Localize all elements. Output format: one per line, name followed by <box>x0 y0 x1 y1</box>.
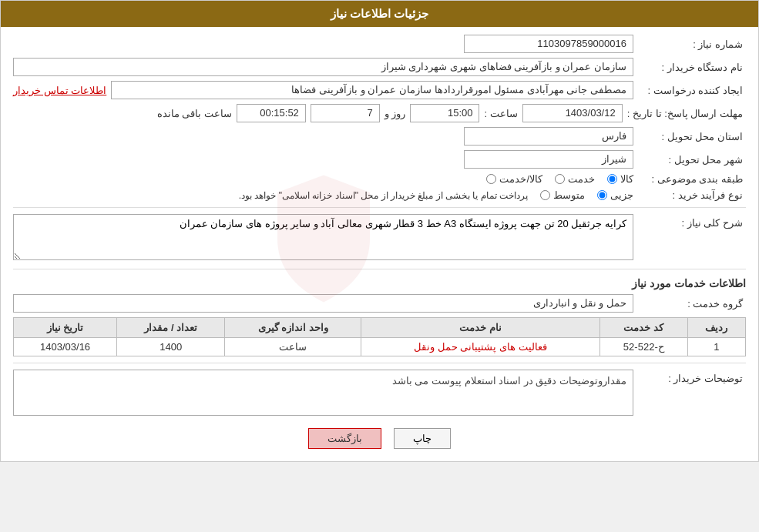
deadline-remaining: 00:15:52 <box>237 104 306 122</box>
cell-row: 1 <box>687 338 745 356</box>
province-row: استان محل تحویل : فارس <box>13 127 746 146</box>
city-value: شیراز <box>464 150 633 169</box>
service-group-value: حمل و نقل و انبارداری <box>13 294 633 313</box>
services-title: اطلاعات خدمات مورد نیاز <box>13 277 746 289</box>
province-value: فارس <box>464 127 633 146</box>
process-motevasset-label: متوسط <box>553 189 585 201</box>
order-number-row: شماره نیاز : 1103097859000016 <box>13 35 746 53</box>
deadline-date: 1403/03/12 <box>522 104 623 122</box>
process-motevasset-radio[interactable] <box>540 190 550 200</box>
deadline-time-label: ساعت : <box>484 108 517 119</box>
print-button[interactable]: چاپ <box>394 428 451 449</box>
process-options: جزیی متوسط پرداخت تمام یا بخشی از مبلغ خ… <box>13 189 633 201</box>
col-unit: واحد اندازه گیری <box>225 318 361 338</box>
buyer-notes-row: توضیحات خریدار : مقداروتوضیحات دقیق در ا… <box>13 370 746 416</box>
back-button[interactable]: بازگشت <box>308 428 381 449</box>
process-jozee[interactable]: جزیی <box>597 189 633 201</box>
col-service: نام خدمت <box>361 318 600 338</box>
divider-1 <box>13 207 746 208</box>
buyer-org-row: نام دستگاه خریدار : سازمان عمران و بازآف… <box>13 58 746 76</box>
province-label: استان محل تحویل : <box>638 131 746 142</box>
deadline-remaining-label: ساعت باقی مانده <box>157 108 232 119</box>
category-kala-khedmat-radio[interactable] <box>486 174 496 184</box>
category-options: کالا خدمت کالا/خدمت <box>13 173 633 185</box>
table-header: ردیف کد خدمت نام خدمت واحد اندازه گیری ت… <box>14 318 746 338</box>
table-row: 1 ح-522-52 فعالیت های پشتیبانی حمل ونقل … <box>14 338 746 356</box>
process-jozee-radio[interactable] <box>597 190 607 200</box>
process-motevasset[interactable]: متوسط <box>540 189 585 201</box>
order-number-value: 1103097859000016 <box>464 35 633 53</box>
cell-qty: 1400 <box>117 338 225 356</box>
creator-row: ایجاد کننده درخواست : مصطفی جانی مهرآباد… <box>13 81 746 99</box>
buyer-org-value: سازمان عمران و بازآفرینی فضاهای شهری شهر… <box>13 58 633 76</box>
category-kala-khedmat[interactable]: کالا/خدمت <box>486 173 542 185</box>
category-kala-khedmat-label: کالا/خدمت <box>499 173 542 185</box>
col-row: ردیف <box>687 318 745 338</box>
deadline-days-label: روز و <box>385 108 406 119</box>
description-area: finder .net <box>13 214 633 263</box>
svg-text:.net: .net <box>314 266 331 278</box>
deadline-days: 7 <box>311 104 380 122</box>
cell-date: 1403/03/16 <box>14 338 117 356</box>
description-label: شرح کلی نیاز : <box>638 214 746 229</box>
contact-link[interactable]: اطلاعات تماس خریدار <box>13 85 106 96</box>
cell-service: فعالیت های پشتیبانی حمل ونقل <box>361 338 600 356</box>
page-title: جزئیات اطلاعات نیاز <box>331 7 428 20</box>
category-khedmat-label: خدمت <box>568 173 595 185</box>
category-khedmat[interactable]: خدمت <box>555 173 595 185</box>
category-kala-label: کالا <box>620 173 633 185</box>
process-row: نوع فرآیند خرید : جزیی متوسط پرداخت تمام… <box>13 189 746 201</box>
col-code: کد خدمت <box>599 318 687 338</box>
process-label: نوع فرآیند خرید : <box>638 189 746 201</box>
deadline-time: 15:00 <box>410 104 479 122</box>
buyer-notes-value: مقداروتوضیحات دقیق در اسناد استعلام پیوس… <box>13 370 633 416</box>
col-qty: تعداد / مقدار <box>117 318 225 338</box>
buyer-org-label: نام دستگاه خریدار : <box>638 62 746 73</box>
order-number-label: شماره نیاز : <box>638 38 746 50</box>
service-group-label: گروه خدمت : <box>638 298 746 309</box>
process-note: پرداخت تمام یا بخشی از مبلغ خریدار از مح… <box>13 190 528 201</box>
city-row: شهر محل تحویل : شیراز <box>13 150 746 169</box>
creator-label: ایجاد کننده درخواست : <box>638 85 746 96</box>
description-textarea[interactable] <box>13 214 633 260</box>
category-kala-radio[interactable] <box>607 174 617 184</box>
services-table: ردیف کد خدمت نام خدمت واحد اندازه گیری ت… <box>13 317 746 356</box>
category-kala[interactable]: کالا <box>607 173 633 185</box>
category-label: طبقه بندی موضوعی : <box>638 173 746 185</box>
city-label: شهر محل تحویل : <box>638 154 746 166</box>
page-container: جزئیات اطلاعات نیاز شماره نیاز : 1103097… <box>0 0 759 462</box>
service-group-row: گروه خدمت : حمل و نقل و انبارداری <box>13 294 746 313</box>
cell-code: ح-522-52 <box>599 338 687 356</box>
table-body: 1 ح-522-52 فعالیت های پشتیبانی حمل ونقل … <box>14 338 746 356</box>
col-date: تاریخ نیاز <box>14 318 117 338</box>
buyer-notes-label: توضیحات خریدار : <box>638 370 746 384</box>
cell-unit: ساعت <box>225 338 361 356</box>
divider-3 <box>13 363 746 363</box>
button-row: چاپ بازگشت <box>13 428 746 449</box>
category-row: طبقه بندی موضوعی : کالا خدمت کالا/خدمت <box>13 173 746 185</box>
deadline-row: مهلت ارسال پاسخ: تا تاریخ : 1403/03/12 س… <box>13 104 746 122</box>
creator-value: مصطفی جانی مهرآبادی مسئول امورقراردادها … <box>111 81 633 99</box>
deadline-label: مهلت ارسال پاسخ: تا تاریخ : <box>627 108 746 119</box>
category-khedmat-radio[interactable] <box>555 174 565 184</box>
process-jozee-label: جزیی <box>610 189 633 201</box>
divider-2 <box>13 269 746 269</box>
description-row: شرح کلی نیاز : finder .net <box>13 214 746 263</box>
page-header: جزئیات اطلاعات نیاز <box>1 1 758 27</box>
